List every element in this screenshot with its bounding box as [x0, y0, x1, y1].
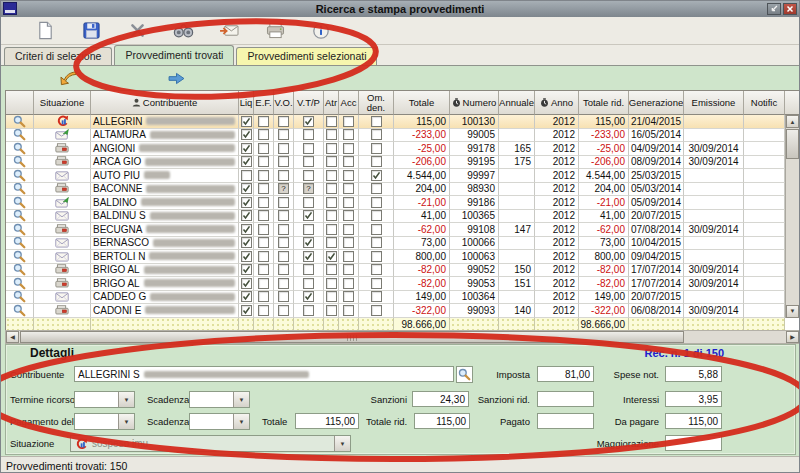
atr-checkbox[interactable] — [326, 156, 337, 167]
table-row[interactable]: BACONNE??204,00989302012204,0005/03/2014 — [6, 183, 785, 197]
ef-checkbox[interactable] — [258, 170, 269, 181]
binoculars-search-button[interactable] — [172, 20, 194, 42]
row-detail-button[interactable] — [6, 156, 34, 170]
table-row[interactable]: BRIGO AL-82,00990531512012-82,0017/07/20… — [6, 277, 785, 291]
tab-provvedimenti-selezionati[interactable]: Provvedimenti selezionati — [236, 47, 377, 65]
om-checkbox[interactable] — [371, 143, 382, 154]
vo-checkbox[interactable] — [278, 291, 289, 302]
ef-checkbox[interactable] — [258, 183, 269, 194]
ef-checkbox[interactable] — [258, 264, 269, 275]
table-row[interactable]: CADDEO G149,001003642012149,0020/07/2015 — [6, 291, 785, 305]
om-checkbox[interactable] — [371, 129, 382, 140]
liq-checkbox[interactable] — [241, 129, 252, 140]
column-header-liq[interactable]: Liq — [239, 91, 254, 115]
chevron-down-icon[interactable]: ▼ — [233, 392, 249, 407]
chevron-down-icon[interactable]: ▼ — [334, 436, 350, 451]
acc-checkbox[interactable] — [343, 251, 354, 262]
ef-checkbox[interactable] — [258, 237, 269, 248]
atr-checkbox[interactable] — [326, 251, 337, 262]
row-detail-button[interactable] — [6, 210, 34, 224]
vtp-checkbox[interactable] — [303, 143, 314, 154]
blue-arrow-button[interactable] — [164, 68, 188, 88]
scroll-left-button[interactable]: ◀ — [6, 331, 19, 343]
vo-checkbox[interactable] — [278, 210, 289, 221]
pagamento-del-combo[interactable]: ▼ — [74, 413, 135, 430]
table-row[interactable]: BERNASCO73,00100066201273,0010/04/2015 — [6, 237, 785, 251]
interessi-field[interactable]: 3,95 — [665, 391, 722, 407]
ef-checkbox[interactable] — [258, 224, 269, 235]
om-checkbox[interactable] — [371, 237, 382, 248]
ef-checkbox[interactable] — [258, 116, 269, 127]
liq-checkbox[interactable] — [241, 143, 252, 154]
column-header-totale[interactable]: Totale — [394, 91, 450, 115]
atr-checkbox[interactable] — [326, 183, 337, 194]
totale-field[interactable]: 115,00 — [295, 413, 359, 429]
om-checkbox[interactable] — [371, 156, 382, 167]
acc-checkbox[interactable] — [343, 237, 354, 248]
atr-checkbox[interactable] — [326, 264, 337, 275]
vtp-checkbox[interactable] — [303, 116, 314, 127]
column-header-totale-rid-[interactable]: Totale rid. — [579, 91, 629, 115]
om-checkbox[interactable] — [371, 197, 382, 208]
column-header-generazione[interactable]: Generazione — [629, 91, 684, 115]
vtp-checkbox[interactable] — [303, 156, 314, 167]
atr-checkbox[interactable] — [326, 170, 337, 181]
column-header-anno[interactable]: Anno — [535, 91, 579, 115]
atr-checkbox[interactable] — [326, 291, 337, 302]
acc-checkbox[interactable] — [343, 264, 354, 275]
column-header-e-f-[interactable]: E.F. — [254, 91, 274, 115]
vo-checkbox[interactable] — [278, 251, 289, 262]
column-header-acc[interactable]: Acc — [339, 91, 359, 115]
liq-checkbox[interactable] — [241, 224, 252, 235]
vtp-checkbox[interactable] — [303, 251, 314, 262]
om-checkbox[interactable] — [371, 170, 382, 181]
ef-checkbox[interactable] — [258, 291, 269, 302]
ef-checkbox[interactable] — [258, 143, 269, 154]
liq-checkbox[interactable] — [241, 197, 252, 208]
liq-checkbox[interactable] — [241, 156, 252, 167]
liq-checkbox[interactable] — [241, 305, 252, 316]
scroll-up-button[interactable]: ▲ — [786, 115, 799, 128]
column-header-atr[interactable]: Atr — [324, 91, 339, 115]
liq-checkbox[interactable] — [241, 264, 252, 275]
acc-checkbox[interactable] — [343, 291, 354, 302]
atr-checkbox[interactable] — [326, 143, 337, 154]
tab-criteri-di-selezione[interactable]: Criteri di selezione — [4, 47, 112, 65]
om-checkbox[interactable] — [371, 264, 382, 275]
acc-checkbox[interactable] — [343, 143, 354, 154]
send-mail-button[interactable] — [218, 20, 240, 42]
row-detail-button[interactable] — [6, 196, 34, 210]
column-header-om-den-[interactable]: Om. den. — [359, 91, 394, 115]
maggiorazione-field[interactable] — [665, 435, 722, 451]
om-checkbox[interactable] — [371, 278, 382, 289]
column-header-v-t-p[interactable]: V.T/P — [294, 91, 324, 115]
om-checkbox[interactable] — [371, 116, 382, 127]
atr-checkbox[interactable] — [326, 278, 337, 289]
row-detail-button[interactable] — [6, 264, 34, 278]
column-header-lens[interactable] — [6, 91, 34, 115]
vtp-checkbox[interactable] — [303, 170, 314, 181]
ef-checkbox[interactable] — [258, 197, 269, 208]
row-detail-button[interactable] — [6, 169, 34, 183]
delete-button[interactable] — [126, 20, 148, 42]
title-bar[interactable]: Ricerca e stampa provvedimenti — [1, 1, 799, 18]
liq-checkbox[interactable] — [241, 183, 252, 194]
row-detail-button[interactable] — [6, 183, 34, 197]
vertical-scroll-thumb[interactable] — [786, 129, 799, 159]
horizontal-scrollbar[interactable]: ◀ ▶ — [5, 330, 800, 344]
atr-checkbox[interactable] — [326, 129, 337, 140]
contribuente-field[interactable]: ALLEGRINI S — [74, 366, 454, 382]
acc-checkbox[interactable] — [343, 278, 354, 289]
acc-checkbox[interactable] — [343, 305, 354, 316]
vertical-scrollbar[interactable]: ▲ ▼ — [785, 115, 799, 318]
vo-checkbox[interactable] — [278, 197, 289, 208]
table-row[interactable]: BALDINO-21,00991862012-21,0005/09/2014 — [6, 196, 785, 210]
row-detail-button[interactable] — [6, 291, 34, 305]
column-header-v-o-[interactable]: V.O. — [274, 91, 294, 115]
vo-checkbox[interactable] — [278, 143, 289, 154]
liq-checkbox[interactable] — [241, 116, 252, 127]
da-pagare-field[interactable]: 115,00 — [665, 413, 722, 429]
atr-checkbox[interactable] — [326, 237, 337, 248]
scadenza2-combo[interactable]: ▼ — [189, 413, 250, 430]
atr-checkbox[interactable] — [326, 116, 337, 127]
